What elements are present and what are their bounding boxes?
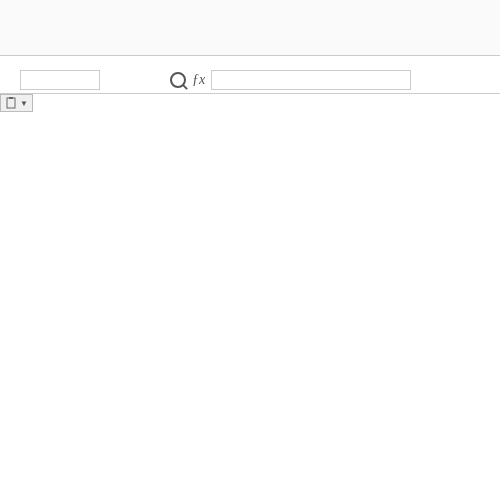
name-box[interactable] [20, 70, 100, 90]
fx-icon[interactable]: ƒx [192, 72, 205, 88]
zoom-icon [170, 72, 186, 88]
paste-options-button[interactable]: ▼ [0, 94, 33, 112]
chevron-down-icon: ▼ [20, 99, 28, 108]
formula-bar[interactable] [211, 70, 411, 90]
svg-rect-0 [7, 98, 15, 108]
paste-icon [5, 97, 17, 109]
svg-rect-1 [9, 97, 13, 99]
